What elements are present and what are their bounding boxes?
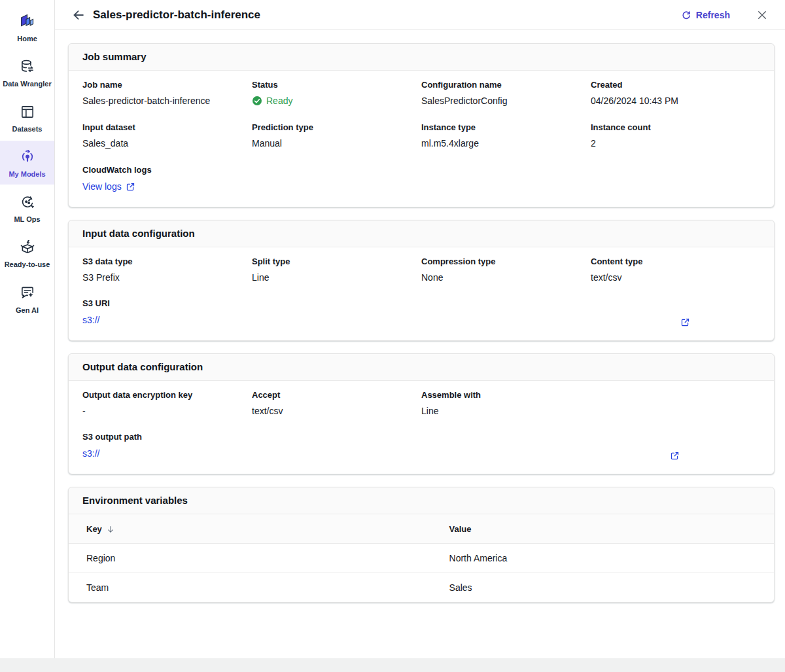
field-s3-data-type: S3 data type S3 Prefix [82, 256, 252, 283]
canvas-logo-icon [18, 12, 36, 30]
sidebar-item-label: ML Ops [14, 215, 40, 223]
field-cloudwatch-logs: CloudWatch logs View logs [82, 165, 252, 192]
environment-variables-table: Key Value Region N [69, 514, 774, 602]
card-title: Environment variables [82, 495, 188, 506]
sidebar-item-ready-to-use[interactable]: Ready-to-use [0, 231, 54, 275]
card-title: Job summary [82, 51, 147, 62]
sidebar-item-gen-ai[interactable]: Gen AI [0, 277, 54, 321]
field-s3-uri: S3 URI s3:// [82, 298, 760, 326]
page-title: Sales-predictor-batch-inference [93, 9, 260, 22]
sort-descending-icon[interactable] [106, 525, 115, 534]
sidebar-item-home[interactable]: Home [0, 5, 54, 49]
env-value: North America [436, 544, 774, 573]
env-value: Sales [436, 573, 774, 602]
field-job-name: Job name Sales-predictor-batch-inference [82, 80, 252, 106]
view-logs-link[interactable]: View logs [82, 181, 135, 192]
status-badge: Ready [252, 96, 421, 106]
sidebar-item-data-wrangler[interactable]: Data Wrangler [0, 50, 54, 94]
check-circle-icon [252, 96, 262, 106]
table-header-row: Key Value [69, 514, 774, 544]
field-input-dataset: Input dataset Sales_data [82, 122, 252, 149]
sidebar-item-my-models[interactable]: My Models [0, 141, 54, 185]
field-instance-type: Instance type ml.m5.4xlarge [421, 122, 591, 149]
sidebar-item-label: Datasets [12, 125, 43, 133]
page-header: Sales-predictor-batch-inference Refresh [55, 0, 785, 30]
gen-ai-icon [18, 284, 36, 302]
external-link-icon [126, 182, 135, 192]
environment-variables-card: Environment variables Key [68, 487, 775, 603]
field-content-type: Content type text/csv [591, 256, 760, 283]
sidebar-item-label: Home [17, 35, 37, 43]
table-row[interactable]: Region North America [69, 544, 774, 573]
env-key: Team [69, 573, 436, 602]
ml-ops-icon [18, 193, 36, 211]
sidebar-item-label: My Models [9, 170, 45, 178]
ready-to-use-icon [18, 238, 36, 256]
column-header-key[interactable]: Key [69, 514, 436, 543]
sidebar-item-datasets[interactable]: Datasets [0, 96, 54, 139]
datasets-icon [18, 103, 36, 120]
sidebar: Home Data Wrangler [0, 0, 55, 658]
content-area[interactable]: Job summary Job name Sales-predictor-bat… [55, 30, 785, 658]
field-created: Created 04/26/2024 10:43 PM [591, 80, 760, 106]
data-wrangler-icon [18, 58, 36, 75]
refresh-button[interactable]: Refresh [681, 10, 730, 20]
table-row[interactable]: Team Sales [69, 573, 774, 602]
back-button[interactable] [71, 7, 86, 23]
field-configuration-name: Configuration name SalesPredictorConfig [421, 80, 591, 106]
field-instance-count: Instance count 2 [591, 122, 760, 149]
field-assemble-with: Assemble with Line [421, 390, 591, 416]
s3-output-path-link[interactable]: s3:// [82, 448, 99, 459]
field-s3-output-path: S3 output path s3:// [82, 432, 760, 459]
column-header-value[interactable]: Value [436, 514, 774, 543]
card-title: Output data configuration [82, 361, 203, 372]
s3-uri-link[interactable]: s3:// [82, 315, 99, 325]
input-data-configuration-card: Input data configuration S3 data type S3… [68, 220, 775, 341]
close-icon[interactable] [755, 8, 769, 22]
sidebar-item-label: Data Wrangler [3, 80, 51, 88]
field-output-data-encryption-key: Output data encryption key - [82, 390, 252, 416]
app-window: Home Data Wrangler [0, 0, 785, 658]
job-summary-card: Job summary Job name Sales-predictor-bat… [68, 43, 775, 207]
field-status: Status Ready [252, 80, 421, 106]
page-background [0, 658, 785, 672]
sidebar-item-label: Gen AI [16, 306, 39, 314]
sidebar-item-ml-ops[interactable]: ML Ops [0, 186, 54, 230]
field-prediction-type: Prediction type Manual [252, 122, 421, 149]
env-key: Region [69, 544, 436, 573]
external-link-icon[interactable] [680, 317, 690, 327]
output-data-configuration-card: Output data configuration Output data en… [68, 353, 775, 474]
main-panel: Sales-predictor-batch-inference Refresh … [55, 0, 785, 658]
my-models-icon [18, 148, 36, 166]
field-compression-type: Compression type None [421, 256, 591, 283]
sidebar-item-label: Ready-to-use [5, 260, 50, 268]
field-split-type: Split type Line [252, 256, 421, 283]
card-title: Input data configuration [82, 228, 195, 239]
external-link-icon[interactable] [670, 451, 680, 461]
field-accept: Accept text/csv [252, 390, 421, 416]
refresh-icon [681, 10, 691, 20]
